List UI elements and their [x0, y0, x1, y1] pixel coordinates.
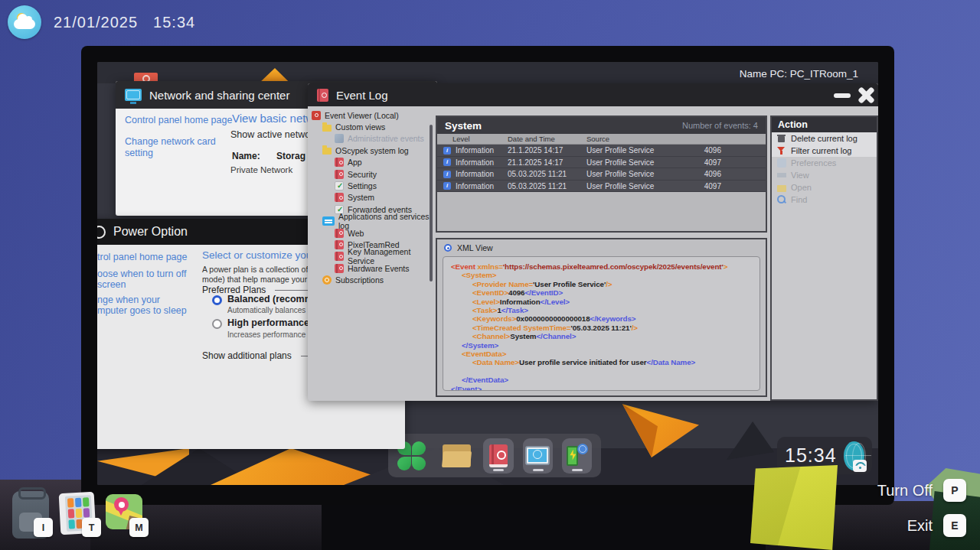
- xml-content: <Event xmlns='https://schemas.pixelteamr…: [443, 256, 760, 391]
- open-indicator: [493, 469, 504, 471]
- globe-network-icon[interactable]: [844, 441, 864, 470]
- hud-time: 15:34: [153, 14, 195, 31]
- taskbar[interactable]: [388, 434, 601, 477]
- folder-icon: [322, 148, 332, 155]
- tablet-hotkey[interactable]: T: [82, 518, 101, 537]
- log-rows: iInformation21.1.2025 14:17User Profile …: [437, 145, 766, 192]
- balanced-radio[interactable]: [212, 295, 222, 305]
- file-explorer-icon[interactable]: [443, 444, 471, 467]
- tree-item-label: Web: [348, 229, 364, 238]
- tree-item-app[interactable]: App: [308, 157, 434, 168]
- log-red-icon: [335, 158, 344, 167]
- tree-item-custom-views[interactable]: Custom views: [308, 121, 434, 132]
- tree-item-web[interactable]: Web: [308, 227, 434, 239]
- xml-line: <Keywords>0x0000000000000018</Keywords>: [451, 314, 752, 323]
- power-link-sleep[interactable]: nge when yourmputer goes to sleep: [97, 295, 187, 316]
- events-count: Number of events: 4: [682, 121, 758, 130]
- network-name-label: Name:: [232, 151, 260, 161]
- action-panel: Action Delete current logFilter current …: [770, 116, 878, 401]
- network-center-app-button[interactable]: [523, 438, 553, 474]
- pc-screen[interactable]: Name PC: PC_ITRoom_1 Network and sharing…: [97, 62, 878, 485]
- exit-action[interactable]: Exit E: [907, 514, 966, 537]
- network-name-value: Storag: [276, 151, 305, 161]
- tree-item-security[interactable]: Security: [308, 168, 434, 180]
- turn-off-action[interactable]: Turn Off P: [877, 479, 966, 502]
- tree-item-administrative-events[interactable]: Administrative events: [308, 133, 434, 145]
- tree-item-label: App: [348, 158, 362, 167]
- trash-icon: [777, 134, 786, 143]
- power-icon: [97, 226, 106, 239]
- event-row[interactable]: iInformation05.03.2025 11:21User Profile…: [437, 168, 766, 181]
- action-delete-current-log[interactable]: Delete current log: [772, 132, 877, 145]
- network-link-home[interactable]: Control panel home page: [125, 115, 232, 126]
- event-tree: Event Viewer (Local)Custom viewsAdminist…: [308, 106, 434, 401]
- event-log-titlebar[interactable]: Event Log: [308, 83, 878, 106]
- action-items: Delete current logFilter current logPref…: [772, 132, 877, 206]
- power-options-app-icon: [565, 444, 588, 468]
- action-open[interactable]: Open: [772, 181, 877, 194]
- event-log-title: Event Log: [336, 89, 388, 102]
- action-item-label: Open: [791, 183, 812, 192]
- event-row[interactable]: iInformation05.03.2025 11:21User Profile…: [437, 181, 766, 193]
- filter-icon: [777, 146, 786, 155]
- event-source: User Profile Service: [586, 170, 654, 178]
- yellow-paper: [750, 465, 838, 550]
- game-scene: 21/01/2025 15:34 Name PC: PC_ITRoom_1 Ne…: [0, 0, 980, 550]
- log-red-icon: [335, 193, 344, 202]
- event-datetime: 21.1.2025 14:17: [508, 158, 563, 167]
- event-id: 4096: [704, 170, 721, 178]
- map-pin-icon: [114, 497, 129, 512]
- network-link-card-setting[interactable]: Change network card setting: [125, 136, 226, 159]
- tree-item-hardware-events[interactable]: Hardware Events: [308, 262, 434, 274]
- high-performance-label[interactable]: High performance: [227, 317, 309, 328]
- xml-line: <Task>1</Task>: [451, 306, 752, 314]
- xml-line: <Channel>System</Channel>: [451, 332, 752, 340]
- tree-item-applications-and-services-log[interactable]: Applications and services log: [308, 216, 434, 227]
- tree-item-system[interactable]: System: [308, 192, 434, 203]
- xml-view-radio[interactable]: [444, 244, 452, 252]
- map-hotkey[interactable]: M: [129, 518, 149, 537]
- action-find[interactable]: Find: [772, 194, 877, 206]
- xml-view-label: XML View: [457, 243, 493, 252]
- tree-scrollbar[interactable]: [430, 125, 433, 282]
- event-log-book-icon: [317, 89, 328, 102]
- exit-hotkey[interactable]: E: [943, 514, 966, 537]
- xml-line: <Provider Name='User Profile Service'/>: [451, 280, 752, 288]
- event-log-window[interactable]: Event Log Event Viewer (Local)Custom vie…: [308, 83, 878, 401]
- event-level: Information: [456, 158, 494, 167]
- power-link-turn-off-screen[interactable]: oose when to turn offscreen: [97, 268, 187, 290]
- information-icon: i: [443, 171, 451, 178]
- power-window-title: Power Option: [113, 225, 188, 239]
- turn-off-hotkey[interactable]: P: [943, 479, 966, 502]
- xml-view-panel: XML View <Event xmlns='https://schemas.p…: [436, 238, 767, 397]
- event-source: User Profile Service: [586, 182, 654, 190]
- log-red-icon: [335, 264, 344, 273]
- open-indicator: [572, 469, 583, 471]
- network-monitor-icon: [125, 89, 142, 101]
- event-log-app-button[interactable]: [483, 438, 513, 474]
- tree-item-subscriptions[interactable]: Subscriptions: [308, 274, 434, 285]
- tree-item-label: Event Viewer (Local): [325, 111, 399, 120]
- high-performance-radio[interactable]: [212, 319, 222, 329]
- action-filter-current-log[interactable]: Filter current log: [772, 145, 877, 157]
- tree-item-oscypek-system-log[interactable]: OScypek system log: [308, 145, 434, 156]
- event-row[interactable]: iInformation21.1.2025 14:17User Profile …: [437, 157, 766, 169]
- tree-item-label: System: [348, 193, 374, 202]
- event-row[interactable]: iInformation21.1.2025 14:17User Profile …: [437, 145, 766, 157]
- minimize-button[interactable]: [834, 93, 851, 98]
- event-level: Information: [456, 170, 494, 178]
- action-view[interactable]: View: [772, 169, 877, 181]
- xml-line: <System>: [451, 271, 752, 279]
- action-preferences[interactable]: Preferences: [772, 157, 877, 169]
- apps-icon: [322, 216, 335, 226]
- inventory-hotkey[interactable]: I: [34, 518, 53, 537]
- tree-item-settings[interactable]: Settings: [308, 180, 434, 191]
- close-button[interactable]: [856, 85, 877, 106]
- event-datetime: 05.03.2025 11:21: [508, 170, 567, 178]
- xml-line: <EventID>4096</EventID>: [451, 288, 752, 297]
- tree-item-key-management-service[interactable]: Key Management Service: [308, 251, 434, 262]
- information-icon: i: [443, 158, 451, 166]
- power-link-home[interactable]: trol panel home page: [97, 252, 187, 262]
- power-options-app-button[interactable]: [562, 438, 592, 474]
- tree-item-event-viewer-local[interactable]: Event Viewer (Local): [308, 109, 434, 121]
